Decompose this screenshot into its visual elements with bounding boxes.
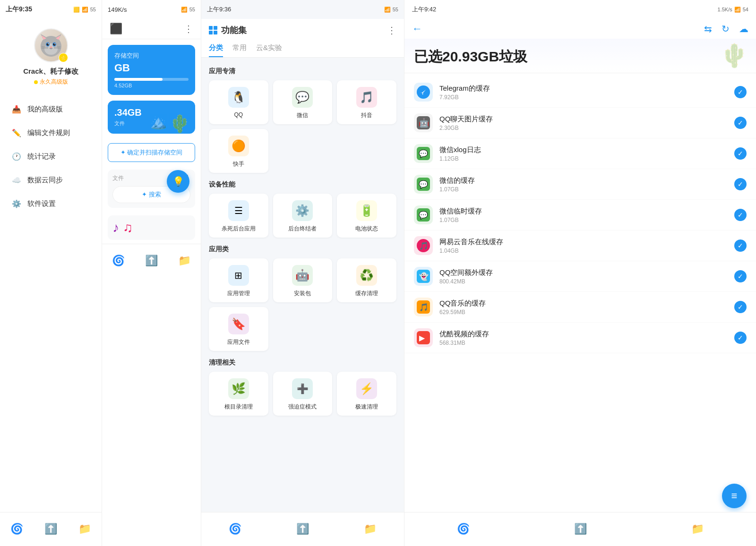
stats-icon: 🕐: [11, 151, 22, 162]
rules-icon: ✏️: [11, 128, 22, 138]
junk-item-wechat-xlog[interactable]: 💬 微信xlog日志 1.12GB ✓: [404, 138, 756, 169]
switch-icon[interactable]: ⇆: [704, 23, 712, 34]
more-icon-2[interactable]: ⋮: [184, 23, 193, 34]
bottom-nav-1: 🌀 ⬆️ 📁: [0, 512, 102, 546]
nav-move-4[interactable]: ⬆️: [568, 519, 593, 540]
netease-info: 网易云音乐在线缓存 1.04GB: [439, 238, 734, 254]
feature-qq[interactable]: 🐧 QQ: [209, 80, 268, 124]
wechat-tmp-app-icon: 💬: [414, 205, 433, 224]
wechat-label: 微信: [297, 111, 308, 119]
feature-grid-app-clean: 🐧 QQ 💬 微信 🎵 抖音 🟠 快手: [209, 80, 396, 173]
features-scroll[interactable]: 应用专清 🐧 QQ 💬 微信 🎵 抖音: [201, 58, 404, 512]
svg-text:🤖: 🤖: [419, 118, 430, 128]
feature-fast-clean[interactable]: ⚡ 极速清理: [337, 372, 396, 416]
douyin-label: 抖音: [361, 111, 372, 119]
feature-kuaishou[interactable]: 🟠 快手: [209, 129, 268, 173]
bg-killer-label: 后台终结者: [288, 225, 317, 233]
menu-label-cloud: 数据云同步: [27, 176, 63, 185]
panel4-wrapper: 上午9:42 1.5K/s 📶 54 ← ⇆ ↻ ☁ 已选20.93GB垃圾 🌵: [404, 0, 756, 546]
feature-kill-bg[interactable]: ☰ 杀死后台应用: [209, 194, 268, 238]
menu-item-stats[interactable]: 🕐 统计记录: [0, 145, 102, 168]
qq-music-check[interactable]: ✓: [734, 301, 747, 313]
refresh-icon[interactable]: ↻: [722, 23, 730, 34]
feature-cache-clean[interactable]: ♻️ 缓存清理: [337, 258, 396, 302]
profile-section: ⭐ Crack、耗子修改 永久高级版: [0, 19, 102, 94]
status-bat-4: 54: [743, 7, 748, 12]
back-btn[interactable]: ←: [412, 23, 422, 35]
telegram-check[interactable]: ✓: [734, 86, 747, 98]
app-files-icon: 🔖: [232, 317, 246, 331]
feature-battery[interactable]: 🔋 电池状态: [337, 194, 396, 238]
clean-fab[interactable]: ≡: [722, 484, 747, 508]
menu-list: 📥 我的高级版 ✏️ 编辑文件规则 🕐 统计记录 ☁️ 数据云同步 ⚙️ 软件设…: [0, 94, 102, 512]
telegram-name: Telegram的缓存: [439, 84, 734, 93]
tab-common[interactable]: 常用: [232, 43, 247, 57]
menu-item-premium[interactable]: 📥 我的高级版: [0, 97, 102, 121]
menu-item-cloud[interactable]: ☁️ 数据云同步: [0, 168, 102, 192]
feature-wechat[interactable]: 💬 微信: [273, 80, 333, 124]
nav-clean-4[interactable]: 🌀: [451, 519, 475, 540]
junk-item-qq-music[interactable]: 🎵 QQ音乐的缓存 629.59MB ✓: [404, 292, 756, 323]
junk-item-telegram[interactable]: Telegram的缓存 7.92GB ✓: [404, 77, 756, 108]
app-files-icon-wrapper: 🔖: [228, 314, 249, 334]
cloud-upload-icon[interactable]: ☁: [739, 23, 748, 34]
feature-grid-device: ☰ 杀死后台应用 ⚙️ 后台终结者 🔋 电池状态: [209, 194, 396, 238]
wechat-tmp-check[interactable]: ✓: [734, 209, 747, 221]
nav-folder-1[interactable]: 📁: [73, 519, 97, 540]
qq-space-check[interactable]: ✓: [734, 270, 747, 282]
music-section: ♪ ♫ 💡: [108, 215, 195, 240]
avatar-wrapper[interactable]: ⭐: [34, 28, 68, 62]
menu-label-settings: 软件设置: [27, 199, 56, 208]
carousel-icon[interactable]: ⬛: [110, 23, 122, 35]
wechat-xlog-check[interactable]: ✓: [734, 147, 747, 160]
qq-chat-check[interactable]: ✓: [734, 117, 747, 129]
nav-folder-2[interactable]: 📁: [172, 251, 197, 272]
netease-check[interactable]: ✓: [734, 239, 747, 252]
menu-item-rules[interactable]: ✏️ 编辑文件规则: [0, 121, 102, 145]
qq-label: QQ: [234, 111, 243, 118]
nav-folder-4[interactable]: 📁: [686, 519, 710, 540]
youku-check[interactable]: ✓: [734, 332, 747, 344]
qq-chat-app-icon: 🤖: [414, 113, 433, 132]
float-action-btn-2[interactable]: 💡: [167, 170, 189, 193]
junk-item-netease[interactable]: 🎵 网易云音乐在线缓存 1.04GB ✓: [404, 230, 756, 261]
junk-list[interactable]: Telegram的缓存 7.92GB ✓ 🤖 QQ聊天图片缓存 2.30GB ✓…: [404, 73, 756, 546]
junk-item-wechat-cache[interactable]: 💬 微信的缓存 1.07GB ✓: [404, 169, 756, 200]
menu-item-settings[interactable]: ⚙️ 软件设置: [0, 192, 102, 215]
svg-point-12: [50, 47, 52, 48]
nav-move-2[interactable]: ⬆️: [139, 251, 163, 272]
confirm-scan-btn[interactable]: 确定并扫描存储空间: [108, 143, 195, 162]
tab-cloud[interactable]: 云&实验: [256, 43, 282, 57]
wechat-cache-check[interactable]: ✓: [734, 178, 747, 190]
status-icons-2: 📶 55: [181, 7, 195, 13]
feature-dir-clean[interactable]: 🌿 根目录清理: [209, 372, 268, 416]
junk-title: 已选20.93GB垃圾: [414, 48, 747, 65]
wechat-cache-name: 微信的缓存: [439, 176, 734, 185]
nav-move-1[interactable]: ⬆️: [39, 519, 63, 540]
app-files-label: 应用文件: [227, 338, 250, 346]
junk-item-youku[interactable]: ▶ 优酷视频的缓存 568.31MB ✓: [404, 323, 756, 353]
junk-item-qq-chat[interactable]: 🤖 QQ聊天图片缓存 2.30GB ✓: [404, 108, 756, 138]
junk-item-qq-space[interactable]: 👻 QQ空间额外缓存 800.42MB ✓: [404, 261, 756, 292]
feature-douyin[interactable]: 🎵 抖音: [337, 80, 396, 124]
menu-label-premium: 我的高级版: [27, 105, 63, 114]
nav-clean-2[interactable]: 🌀: [106, 251, 130, 272]
nav-clean-3[interactable]: 🌀: [223, 519, 247, 540]
panel-sidebar: 上午9:35 🟨 📶 55: [0, 0, 102, 546]
feature-app-mgr[interactable]: ⊞ 应用管理: [209, 258, 268, 302]
tab-category[interactable]: 分类: [209, 43, 223, 57]
feature-ocd[interactable]: ➕ 强迫症模式: [273, 372, 333, 416]
nav-folder-3[interactable]: 📁: [358, 519, 382, 540]
kuaishou-label: 快手: [233, 160, 244, 168]
wechat-xlog-app-icon: 💬: [414, 144, 433, 163]
feature-bg-killer[interactable]: ⚙️ 后台终结者: [273, 194, 333, 238]
section-title-apps: 应用类: [209, 245, 396, 254]
nav-move-3[interactable]: ⬆️: [291, 519, 315, 540]
feature-apk[interactable]: 🤖 安装包: [273, 258, 333, 302]
apk-icon: 🤖: [295, 269, 309, 282]
junk-item-wechat-tmp[interactable]: 💬 微信临时缓存 1.07GB ✓: [404, 200, 756, 230]
status-bar-3: 上午9:36 📶 55: [201, 0, 404, 19]
nav-clean-1[interactable]: 🌀: [5, 519, 29, 540]
more-icon-3[interactable]: ⋮: [387, 25, 396, 36]
feature-app-files[interactable]: 🔖 应用文件: [209, 307, 268, 351]
